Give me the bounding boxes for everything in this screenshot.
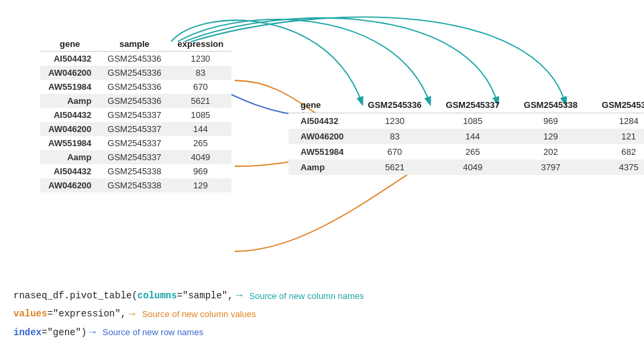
right-table-cell: 83: [356, 129, 433, 144]
right-table-cell: Aamp: [288, 160, 356, 175]
right-table-cell: 1230: [356, 113, 433, 129]
left-table-cell: 4049: [170, 150, 232, 164]
right-table-cell: AI504432: [288, 113, 356, 129]
right-table-cell: 121: [590, 129, 644, 144]
right-table-cell: 129: [512, 129, 590, 144]
left-table-cell: GSM2545338: [99, 164, 169, 178]
left-table-cell: AW551984: [40, 80, 99, 94]
right-col-header: GSM2545338: [512, 97, 590, 113]
right-table-cell: 670: [356, 144, 433, 160]
code-idx-val: "gene"): [47, 325, 87, 341]
left-table-cell: AI504432: [40, 164, 99, 178]
left-table-cell: GSM2545336: [99, 94, 169, 108]
left-table-cell: GSM2545338: [99, 178, 169, 192]
right-col-header: GSM2545339: [590, 97, 644, 113]
code-section: rnaseq_df.pivot_table(columns = "sample"…: [13, 287, 364, 342]
code-values-key: values: [13, 306, 47, 322]
left-col-gene: gene: [40, 37, 99, 52]
right-table-cell: AW046200: [288, 129, 356, 144]
left-table-cell: GSM2545337: [99, 150, 169, 164]
left-table-cell: 265: [170, 136, 232, 150]
right-table-cell: 682: [590, 144, 644, 160]
left-table-container: gene sample expression AI504432GSM254533…: [40, 37, 231, 192]
code-line-2: values = "expression", → Source of new c…: [13, 306, 364, 324]
right-table-cell: 1284: [590, 113, 644, 129]
left-table-cell: 83: [170, 66, 232, 80]
code-columns-key: columns: [138, 288, 177, 304]
right-table-cell: 5621: [356, 160, 433, 175]
blue-arrow-1: →: [89, 324, 96, 342]
code-col-eq: =: [177, 288, 182, 304]
right-table-cell: 3797: [512, 160, 590, 175]
left-table-cell: 1230: [170, 52, 232, 66]
code-idx-eq: =: [42, 325, 47, 341]
code-line-1: rnaseq_df.pivot_table(columns = "sample"…: [13, 287, 364, 305]
right-col-header: GSM2545337: [434, 97, 512, 113]
left-table-cell: AI504432: [40, 52, 99, 66]
left-table-cell: GSM2545337: [99, 108, 169, 122]
code-val-eq: =: [47, 306, 52, 322]
left-table-cell: GSM2545336: [99, 52, 169, 66]
code-index-key: index: [13, 325, 42, 341]
orange-arrow-1: →: [129, 306, 136, 324]
left-table-cell: 1085: [170, 108, 232, 122]
left-col-sample: sample: [99, 37, 169, 52]
left-table-cell: 969: [170, 164, 232, 178]
left-table-cell: GSM2545336: [99, 80, 169, 94]
left-table-cell: Aamp: [40, 94, 99, 108]
main-container: gene sample expression AI504432GSM254533…: [0, 0, 644, 362]
left-table-cell: GSM2545337: [99, 136, 169, 150]
right-table-cell: 202: [512, 144, 590, 160]
left-table-cell: GSM2545336: [99, 66, 169, 80]
code-col-val: "sample",: [182, 288, 233, 304]
left-table-cell: AW046200: [40, 122, 99, 136]
left-table-cell: 144: [170, 122, 232, 136]
left-table-cell: GSM2545337: [99, 122, 169, 136]
right-table-cell: 969: [512, 113, 590, 129]
blue-label: Source of new row names: [103, 325, 203, 340]
right-table-cell: AW551984: [288, 144, 356, 160]
left-table-cell: AW551984: [40, 136, 99, 150]
teal-arrow-1: →: [236, 287, 243, 305]
left-col-expression: expression: [170, 37, 232, 52]
teal-label: Source of new column names: [249, 289, 364, 304]
right-table: geneGSM2545336GSM2545337GSM2545338GSM254…: [288, 97, 644, 175]
right-table-cell: 4375: [590, 160, 644, 175]
left-table-cell: AW046200: [40, 66, 99, 80]
right-table-cell: 265: [434, 144, 512, 160]
code-val-val: "expression",: [53, 306, 126, 322]
left-table-cell: 670: [170, 80, 232, 94]
right-corner-header: gene: [288, 97, 356, 113]
right-table-cell: 144: [434, 129, 512, 144]
left-table-cell: Aamp: [40, 150, 99, 164]
right-col-header: GSM2545336: [356, 97, 433, 113]
left-table-cell: AI504432: [40, 108, 99, 122]
left-table-cell: AW046200: [40, 178, 99, 192]
left-table: gene sample expression AI504432GSM254533…: [40, 37, 231, 192]
right-table-cell: 1085: [434, 113, 512, 129]
orange-label: Source of new column values: [142, 307, 256, 322]
code-func: rnaseq_df.pivot_table(: [13, 288, 138, 304]
code-line-3: index = "gene") → Source of new row name…: [13, 324, 364, 342]
right-table-cell: 4049: [434, 160, 512, 175]
left-table-cell: 129: [170, 178, 232, 192]
left-table-cell: 5621: [170, 94, 232, 108]
right-table-container: geneGSM2545336GSM2545337GSM2545338GSM254…: [288, 97, 644, 175]
